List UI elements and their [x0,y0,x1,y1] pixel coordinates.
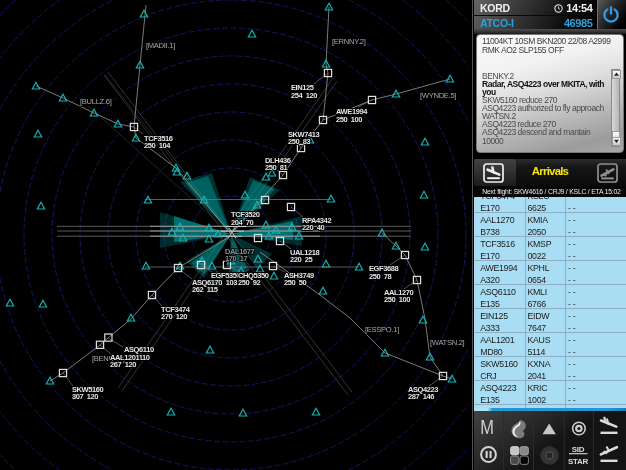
svg-text:[ERNNY.2]: [ERNNY.2] [332,37,366,46]
svg-text:270 120: 270 120 [161,312,187,321]
svg-text:250 92: 250 92 [238,278,260,287]
svg-text:[ESSPO.1]: [ESSPO.1] [365,325,399,334]
svg-text:250 81: 250 81 [265,163,287,172]
svg-text:250 78: 250 78 [369,272,391,281]
svg-text:307 120: 307 120 [72,392,98,401]
svg-text:M: M [480,415,494,438]
svg-text:262 115: 262 115 [192,285,218,294]
svg-text:250 100: 250 100 [336,115,362,124]
svg-text:250 83: 250 83 [288,137,310,146]
svg-text:250 100: 250 100 [384,295,410,304]
svg-text:[WATSN.2]: [WATSN.2] [430,338,465,347]
svg-text:250 104: 250 104 [144,141,171,150]
svg-text:[MADII.1]: [MADII.1] [146,41,175,50]
svg-text:SID: SID [572,444,585,453]
svg-text:250 50: 250 50 [284,278,306,287]
svg-text:287 146: 287 146 [408,392,434,401]
svg-text:STAR: STAR [568,456,589,465]
svg-text:220 40: 220 40 [302,223,324,232]
svg-text:267 120: 267 120 [110,360,136,369]
svg-text:[BULLZ.6]: [BULLZ.6] [80,97,112,106]
svg-text:254 120: 254 120 [291,91,317,100]
svg-text:220 25: 220 25 [290,255,312,264]
svg-text:170 17: 170 17 [225,254,247,263]
svg-text:[WYNDE.5]: [WYNDE.5] [420,91,456,100]
svg-text:204 70: 204 70 [231,218,253,227]
